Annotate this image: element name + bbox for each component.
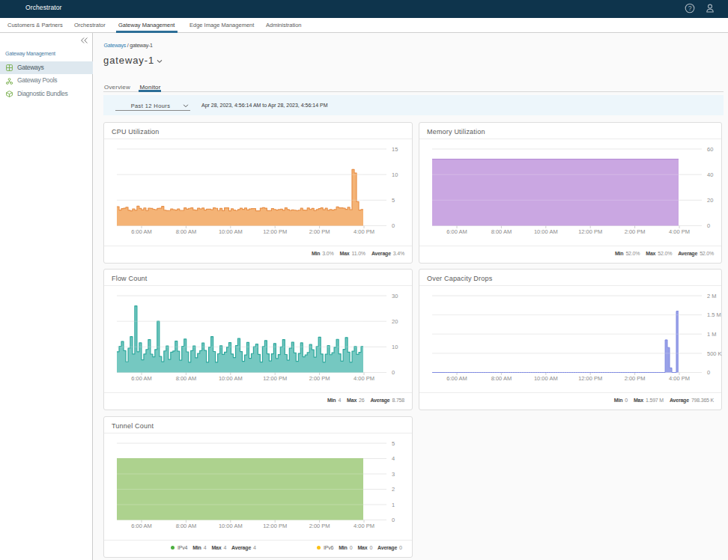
svg-text:2: 2 xyxy=(392,486,395,493)
svg-text:8:00 AM: 8:00 AM xyxy=(176,375,197,382)
svg-text:2 M: 2 M xyxy=(707,293,717,299)
svg-text:20: 20 xyxy=(392,318,398,325)
svg-text:8:00 AM: 8:00 AM xyxy=(176,228,197,235)
svg-text:4:00 PM: 4:00 PM xyxy=(669,375,690,382)
svg-text:30: 30 xyxy=(392,293,398,299)
svg-text:10:00 AM: 10:00 AM xyxy=(219,375,243,382)
svg-text:4: 4 xyxy=(392,455,395,462)
svg-text:8:00 AM: 8:00 AM xyxy=(491,228,512,235)
svg-text:0: 0 xyxy=(392,369,395,376)
svg-text:4:00 PM: 4:00 PM xyxy=(354,228,374,235)
svg-text:6:00 AM: 6:00 AM xyxy=(446,228,467,235)
svg-text:3: 3 xyxy=(392,471,395,478)
svg-text:10:00 AM: 10:00 AM xyxy=(534,375,558,382)
svg-text:12:00 PM: 12:00 PM xyxy=(578,228,602,235)
svg-text:10: 10 xyxy=(392,171,398,178)
svg-text:0: 0 xyxy=(707,222,710,229)
svg-text:10: 10 xyxy=(392,344,398,350)
svg-text:60: 60 xyxy=(707,146,713,153)
svg-text:2:00 PM: 2:00 PM xyxy=(625,375,646,382)
svg-text:10:00 AM: 10:00 AM xyxy=(219,228,243,235)
svg-text:2:00 PM: 2:00 PM xyxy=(309,375,330,382)
svg-text:20: 20 xyxy=(707,197,713,204)
svg-text:0: 0 xyxy=(392,517,395,523)
svg-text:1: 1 xyxy=(392,502,395,508)
svg-text:8:00 AM: 8:00 AM xyxy=(176,523,197,529)
svg-text:4:00 PM: 4:00 PM xyxy=(354,523,374,529)
svg-text:0: 0 xyxy=(392,222,395,229)
svg-text:12:00 PM: 12:00 PM xyxy=(263,375,287,382)
svg-text:10:00 AM: 10:00 AM xyxy=(219,523,243,529)
svg-text:?: ? xyxy=(688,4,692,12)
svg-text:10:00 AM: 10:00 AM xyxy=(534,228,558,235)
svg-text:1.5 M: 1.5 M xyxy=(707,311,721,318)
svg-text:1 M: 1 M xyxy=(707,331,717,338)
svg-text:5: 5 xyxy=(392,440,395,447)
svg-text:5: 5 xyxy=(392,197,395,204)
svg-text:8:00 AM: 8:00 AM xyxy=(491,375,512,382)
svg-text:12:00 PM: 12:00 PM xyxy=(263,523,287,529)
svg-text:6:00 AM: 6:00 AM xyxy=(131,375,152,382)
svg-text:0: 0 xyxy=(707,369,710,376)
svg-text:4:00 PM: 4:00 PM xyxy=(354,375,374,382)
svg-text:12:00 PM: 12:00 PM xyxy=(263,228,287,235)
svg-text:40: 40 xyxy=(707,171,713,178)
svg-text:500 K: 500 K xyxy=(707,350,722,357)
svg-text:4:00 PM: 4:00 PM xyxy=(669,228,690,235)
svg-text:15: 15 xyxy=(392,146,398,153)
svg-text:2:00 PM: 2:00 PM xyxy=(309,228,330,235)
svg-text:2:00 PM: 2:00 PM xyxy=(625,228,646,235)
svg-text:6:00 AM: 6:00 AM xyxy=(131,523,152,529)
svg-text:6:00 AM: 6:00 AM xyxy=(446,375,467,382)
svg-text:12:00 PM: 12:00 PM xyxy=(578,375,602,382)
svg-text:2:00 PM: 2:00 PM xyxy=(309,523,330,529)
svg-text:6:00 AM: 6:00 AM xyxy=(131,228,152,235)
